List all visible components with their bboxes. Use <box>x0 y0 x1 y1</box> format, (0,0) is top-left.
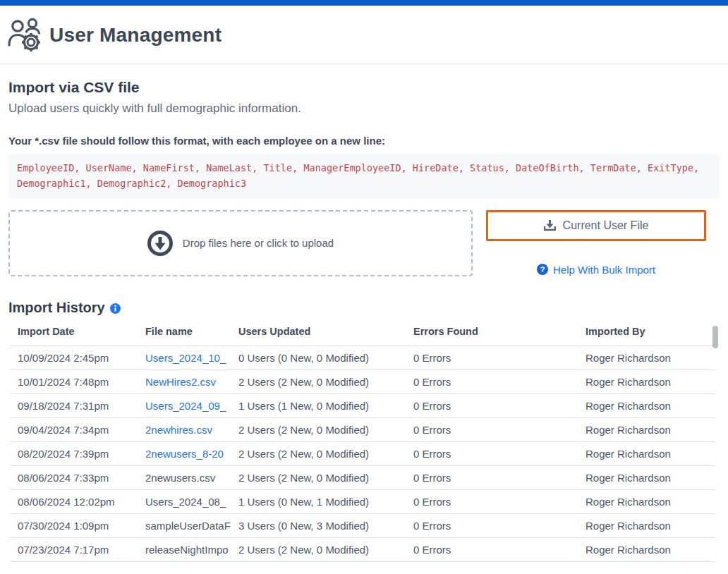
imported-by-cell: Roger Richardson <box>578 417 715 441</box>
table-row: 08/06/2024 12:02pm Users_2024_08_ 1 User… <box>10 489 715 513</box>
imported-by-cell: Roger Richardson <box>578 346 715 370</box>
errors-found-cell: 0 Errors <box>406 441 578 465</box>
table-row: 10/01/2024 7:48pm NewHires2.csv 2 Users … <box>10 370 715 393</box>
top-accent-bar <box>0 0 728 6</box>
import-date-cell: 07/30/2024 1:09pm <box>10 513 138 537</box>
errors-found-cell: 0 Errors <box>406 489 578 513</box>
imported-by-cell: Roger Richardson <box>578 513 715 537</box>
file-name-text: releaseNightImpo <box>145 544 229 556</box>
column-header-file-name: File name <box>138 322 231 346</box>
import-date-cell: 08/20/2024 7:39pm <box>10 441 138 465</box>
download-icon <box>544 219 556 231</box>
users-updated-cell: 1 Users (1 New, 0 Modified) <box>231 393 406 417</box>
column-header-import-date: Import Date <box>10 322 138 346</box>
dropzone-label: Drop files here or click to upload <box>183 237 334 249</box>
errors-found-cell: 0 Errors <box>406 465 578 489</box>
errors-found-cell: 0 Errors <box>406 393 578 417</box>
imported-by-cell: Roger Richardson <box>578 489 715 513</box>
import-date-cell: 10/09/2024 2:45pm <box>10 346 138 370</box>
file-name-link[interactable]: Users_2024_09_ <box>145 400 226 412</box>
import-date-cell: 08/06/2024 7:33pm <box>10 465 138 489</box>
table-scrollbar[interactable] <box>712 326 718 348</box>
users-updated-cell: 2 Users (2 New, 0 Modified) <box>231 370 406 393</box>
question-circle-icon: ? <box>537 264 548 275</box>
column-header-imported-by: Imported By <box>578 322 715 346</box>
users-updated-cell: 2 Users (2 New, 0 Modified) <box>231 465 406 489</box>
users-updated-cell: 1 Users (0 New, 1 Modified) <box>231 489 406 513</box>
download-circle-icon <box>147 231 173 256</box>
table-row: 08/20/2024 7:39pm 2newusers_8-20 2 Users… <box>10 441 715 465</box>
column-header-errors-found: Errors Found <box>406 322 578 346</box>
imported-by-cell: Roger Richardson <box>578 441 715 465</box>
file-name-text: 2newusers.csv <box>145 472 215 484</box>
users-updated-cell: 2 Users (2 New, 0 Modified) <box>231 441 406 465</box>
table-row: 08/06/2024 7:33pm 2newusers.csv 2 Users … <box>10 465 715 489</box>
app-header: User Management <box>0 6 728 64</box>
file-name-link[interactable]: 2newusers_8-20 <box>145 448 224 460</box>
users-updated-cell: 3 Users (0 New, 3 Modified) <box>231 513 406 537</box>
import-date-cell: 10/01/2024 7:48pm <box>10 370 138 393</box>
users-updated-cell: 2 Users (2 New, 0 Modified) <box>231 537 406 561</box>
import-date-cell: 07/23/2024 7:17pm <box>10 537 138 561</box>
table-row: 07/30/2024 1:09pm sampleUserDataF 3 User… <box>10 513 715 537</box>
imported-by-cell: Roger Richardson <box>578 370 715 393</box>
table-header-row: Import Date File name Users Updated Erro… <box>10 322 715 346</box>
file-name-text: sampleUserDataF <box>145 520 231 532</box>
file-name-text: Users_2024_08_ <box>145 496 226 508</box>
svg-text:?: ? <box>540 265 545 274</box>
imported-by-cell: Roger Richardson <box>578 393 715 417</box>
help-bulk-import-link[interactable]: ? Help With Bulk Import <box>537 264 655 276</box>
table-row: 09/04/2024 7:34pm 2newhires.csv 2 Users … <box>10 417 715 441</box>
table-row: 09/18/2024 7:31pm Users_2024_09_ 1 Users… <box>10 393 715 417</box>
errors-found-cell: 0 Errors <box>406 513 578 537</box>
users-updated-cell: 2 Users (2 New, 0 Modified) <box>231 417 406 441</box>
import-date-cell: 09/18/2024 7:31pm <box>10 393 138 417</box>
import-date-cell: 08/06/2024 12:02pm <box>10 489 138 513</box>
info-icon[interactable] <box>110 303 121 314</box>
import-history-table: Import Date File name Users Updated Erro… <box>8 322 720 562</box>
help-bulk-import-label: Help With Bulk Import <box>553 264 655 276</box>
users-updated-cell: 0 Users (0 New, 0 Modified) <box>231 346 406 370</box>
user-management-icon <box>7 17 42 54</box>
csv-format-code: EmployeeID, UserName, NameFirst, NameLas… <box>8 154 720 198</box>
imported-by-cell: Roger Richardson <box>578 537 715 561</box>
table-row: 07/23/2024 7:17pm releaseNightImpo 2 Use… <box>10 537 715 561</box>
csv-format-label: Your *.csv file should follow this forma… <box>8 135 720 147</box>
file-dropzone[interactable]: Drop files here or click to upload <box>8 210 473 276</box>
imported-by-cell: Roger Richardson <box>578 465 715 489</box>
current-user-file-button[interactable]: Current User File <box>486 210 706 241</box>
import-section-heading: Import via CSV file <box>8 79 720 96</box>
errors-found-cell: 0 Errors <box>406 346 578 370</box>
table-row: 10/09/2024 2:45pm Users_2024_10_ 0 Users… <box>10 346 715 370</box>
import-date-cell: 09/04/2024 7:34pm <box>10 417 138 441</box>
errors-found-cell: 0 Errors <box>406 417 578 441</box>
import-history-heading: Import History <box>8 300 105 316</box>
file-name-link[interactable]: Users_2024_10_ <box>145 352 226 364</box>
current-user-file-label: Current User File <box>563 219 649 232</box>
import-section-subtitle: Upload users quickly with full demograph… <box>8 102 720 116</box>
file-name-link[interactable]: 2newhires.csv <box>145 424 212 436</box>
file-name-link[interactable]: NewHires2.csv <box>145 376 216 388</box>
errors-found-cell: 0 Errors <box>406 537 578 561</box>
errors-found-cell: 0 Errors <box>406 370 578 393</box>
column-header-users-updated: Users Updated <box>231 322 406 346</box>
page-title: User Management <box>49 24 222 47</box>
